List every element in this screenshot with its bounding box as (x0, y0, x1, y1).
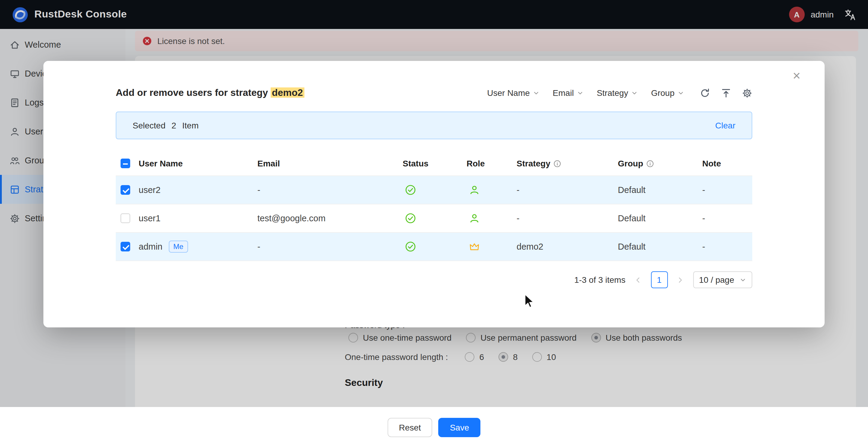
prev-page-button[interactable] (631, 273, 645, 287)
header-strategy-label: Strategy (517, 158, 550, 168)
header-strategy: Strategy (517, 158, 618, 168)
chevron-down-icon (678, 90, 684, 96)
modal-header: Add or remove users for strategy demo2 U… (43, 61, 825, 98)
table-row-user2[interactable]: user2 - - Default - (116, 176, 752, 204)
modal-title: Add or remove users for strategy demo2 (116, 87, 304, 98)
role-user-icon (469, 213, 480, 224)
header-role: Role (467, 158, 517, 168)
close-icon[interactable]: × (793, 69, 801, 83)
row-checkbox[interactable] (121, 213, 130, 223)
page-size-select[interactable]: 10 / page (693, 271, 752, 288)
table-row-user1[interactable]: user1 test@google.com - Default - (116, 204, 752, 233)
modal-title-text: Add or remove users for strategy (116, 87, 271, 98)
cell-group: Default (618, 242, 702, 251)
cell-email: - (257, 185, 403, 195)
selection-banner: Selected 2 Item Clear (116, 112, 752, 139)
vertical-align-icon[interactable] (721, 88, 731, 98)
header-group: Group (618, 158, 702, 168)
column-settings-gear-icon[interactable] (742, 88, 752, 98)
header-email: Email (257, 158, 403, 168)
user-strategy-modal: × Add or remove users for strategy demo2… (43, 61, 825, 327)
selected-count: 2 (172, 121, 176, 130)
header-group-label: Group (618, 158, 643, 168)
info-icon[interactable] (553, 159, 561, 167)
status-ok-icon (405, 241, 416, 252)
refresh-icon[interactable] (700, 88, 710, 98)
chevron-down-icon (533, 90, 539, 96)
header-status: Status (403, 158, 467, 168)
table-toolbar: User Name Email Strategy Group (487, 88, 752, 98)
cell-strategy: demo2 (517, 242, 618, 251)
row-checkbox[interactable] (121, 185, 130, 195)
users-table: User Name Email Status Role Strategy Gro… (116, 151, 752, 261)
filter-email-dropdown[interactable]: Email (553, 88, 584, 98)
cell-username: user2 (138, 185, 257, 195)
role-admin-crown-icon (469, 241, 480, 252)
page-number[interactable]: 1 (651, 271, 668, 288)
next-page-button[interactable] (674, 273, 687, 287)
chevron-down-icon (631, 90, 638, 96)
table-header-row: User Name Email Status Role Strategy Gro… (116, 151, 752, 176)
table-row-admin[interactable]: admin Me - demo2 Default - (116, 233, 752, 261)
save-button[interactable]: Save (438, 418, 481, 437)
reset-button[interactable]: Reset (388, 418, 433, 437)
username-text: admin (138, 242, 162, 251)
selection-summary: Selected 2 Item (133, 121, 198, 130)
cell-username: admin Me (138, 241, 257, 252)
status-ok-icon (405, 213, 416, 224)
header-user-name: User Name (138, 158, 257, 168)
page-size-value: 10 / page (699, 275, 734, 285)
filter-strategy-dropdown[interactable]: Strategy (597, 88, 638, 98)
cell-group: Default (618, 213, 702, 223)
filter-username-dropdown[interactable]: User Name (487, 88, 539, 98)
cell-group: Default (618, 185, 702, 195)
filter-label: Group (651, 88, 675, 98)
select-all-checkbox[interactable] (121, 158, 130, 168)
pagination-total: 1-3 of 3 items (575, 275, 626, 285)
chevron-down-icon (577, 90, 584, 96)
footer-actions: Reset Save (0, 407, 868, 448)
cell-strategy: - (517, 213, 618, 223)
role-user-icon (469, 184, 480, 196)
cell-note: - (702, 242, 752, 251)
filter-label: Strategy (597, 88, 628, 98)
cell-email: test@google.com (257, 213, 403, 223)
filter-label: Email (553, 88, 574, 98)
header-note: Note (702, 158, 752, 168)
cell-email: - (257, 242, 403, 251)
info-icon[interactable] (646, 159, 654, 167)
cell-username: user1 (138, 213, 257, 223)
filter-group-dropdown[interactable]: Group (651, 88, 684, 98)
cell-strategy: - (517, 185, 618, 195)
selected-item-label: Item (182, 121, 198, 130)
header-checkbox-cell (116, 158, 138, 168)
chevron-down-icon (740, 276, 746, 283)
status-ok-icon (405, 184, 416, 196)
filter-label: User Name (487, 88, 530, 98)
me-badge: Me (168, 241, 188, 252)
selected-label: Selected (133, 121, 165, 130)
strategy-name-highlight: demo2 (271, 87, 304, 98)
row-checkbox[interactable] (121, 242, 130, 251)
toolbar-icons (700, 88, 752, 98)
clear-selection-link[interactable]: Clear (715, 121, 735, 130)
rustdesk-console-app: RustDesk Console A admin Welcome Devices… (0, 0, 868, 448)
cell-note: - (702, 213, 752, 223)
cell-note: - (702, 185, 752, 195)
pagination: 1-3 of 3 items 1 10 / page (116, 271, 752, 288)
